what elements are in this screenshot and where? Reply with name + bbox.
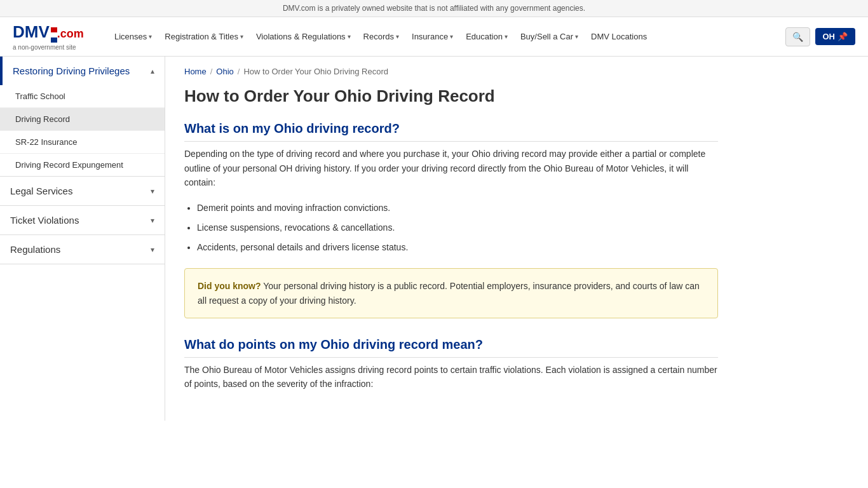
sidebar-section-header-ticket[interactable]: Ticket Violations ▾: [0, 206, 165, 234]
section2-heading: What do points on my Ohio driving record…: [184, 337, 718, 358]
bullet-3: Accidents, personal details and drivers …: [197, 239, 718, 256]
nav-licenses[interactable]: Licenses ▾: [108, 27, 158, 46]
sidebar-item-traffic-school[interactable]: Traffic School: [0, 85, 165, 108]
main-container: Restoring Driving Privileges ▴ Traffic S…: [0, 57, 868, 421]
logo-subtitle: a non-government site: [13, 44, 76, 51]
sidebar-item-driving-record[interactable]: Driving Record: [0, 108, 165, 131]
breadcrumb-current: How to Order Your Ohio Driving Record: [243, 67, 388, 76]
breadcrumb-home[interactable]: Home: [184, 67, 207, 76]
nav-buy-sell[interactable]: Buy/Sell a Car ▾: [514, 27, 585, 46]
logo[interactable]: DMV.com a non-government site: [13, 22, 89, 51]
header: DMV.com a non-government site Licenses ▾…: [0, 17, 868, 57]
section2-paragraph: The Ohio Bureau of Motor Vehicles assign…: [184, 363, 718, 391]
logo-text: DMV.com: [13, 22, 84, 43]
breadcrumb-ohio[interactable]: Ohio: [216, 67, 233, 76]
sidebar-section-label-restoring: Restoring Driving Privileges: [13, 65, 130, 76]
main-content: Home / Ohio / How to Order Your Ohio Dri…: [165, 57, 737, 421]
sidebar-section-regulations: Regulations ▾: [0, 235, 165, 264]
sidebar-sub-items-restoring: Traffic School Driving Record SR-22 Insu…: [0, 85, 165, 176]
chevron-down-icon: ▾: [575, 33, 578, 40]
chevron-down-icon: ▾: [149, 33, 152, 40]
sidebar-section-label-ticket: Ticket Violations: [10, 215, 79, 226]
nav-insurance[interactable]: Insurance ▾: [405, 27, 459, 46]
location-text: OH: [823, 32, 836, 41]
sidebar-section-header-restoring[interactable]: Restoring Driving Privileges ▴: [0, 57, 165, 85]
chevron-up-icon: ▴: [151, 67, 154, 76]
section1-paragraph: Depending on the type of driving record …: [184, 147, 718, 189]
location-button[interactable]: OH 📌: [815, 28, 856, 45]
sidebar-item-sr22[interactable]: SR-22 Insurance: [0, 131, 165, 154]
sidebar-section-legal: Legal Services ▾: [0, 177, 165, 206]
chevron-down-icon: ▾: [151, 187, 154, 196]
nav-education[interactable]: Education ▾: [459, 27, 514, 46]
location-pin-icon: 📌: [837, 32, 848, 41]
header-actions: 🔍 OH 📌: [785, 27, 856, 46]
nav-registration[interactable]: Registration & Titles ▾: [158, 27, 250, 46]
section1-bullets: Demerit points and moving infraction con…: [197, 200, 718, 255]
nav-dmv-locations[interactable]: DMV Locations: [585, 27, 653, 46]
chevron-down-icon: ▾: [240, 33, 243, 40]
chevron-down-icon: ▾: [396, 33, 399, 40]
bullet-1: Demerit points and moving infraction con…: [197, 200, 718, 217]
top-banner: DMV.com is a privately owned website tha…: [0, 0, 868, 17]
breadcrumb-sep1: /: [210, 67, 213, 76]
sidebar-section-label-regulations: Regulations: [10, 244, 60, 255]
did-you-know-body: Your personal driving history is a publi…: [198, 281, 700, 305]
chevron-down-icon: ▾: [151, 245, 154, 254]
sidebar-section-header-regulations[interactable]: Regulations ▾: [0, 235, 165, 264]
chevron-down-icon: ▾: [151, 216, 154, 225]
did-you-know-label: Did you know?: [198, 281, 261, 291]
banner-text: DMV.com is a privately owned website tha…: [283, 4, 585, 13]
did-you-know-box: Did you know? Your personal driving hist…: [184, 268, 718, 318]
chevron-down-icon: ▾: [505, 33, 508, 40]
sidebar-section-restoring: Restoring Driving Privileges ▴ Traffic S…: [0, 57, 165, 177]
breadcrumb: Home / Ohio / How to Order Your Ohio Dri…: [184, 67, 718, 76]
bullet-2: License suspensions, revocations & cance…: [197, 219, 718, 236]
search-button[interactable]: 🔍: [785, 27, 810, 46]
chevron-down-icon: ▾: [348, 33, 351, 40]
sidebar-item-expungement[interactable]: Driving Record Expungement: [0, 154, 165, 176]
sidebar-section-ticket: Ticket Violations ▾: [0, 206, 165, 235]
main-nav: Licenses ▾ Registration & Titles ▾ Viola…: [108, 27, 785, 46]
nav-records[interactable]: Records ▾: [357, 27, 405, 46]
nav-violations[interactable]: Violations & Regulations ▾: [250, 27, 357, 46]
chevron-down-icon: ▾: [450, 33, 453, 40]
sidebar: Restoring Driving Privileges ▴ Traffic S…: [0, 57, 165, 421]
sidebar-section-header-legal[interactable]: Legal Services ▾: [0, 177, 165, 205]
sidebar-section-label-legal: Legal Services: [10, 186, 72, 196]
page-title: How to Order Your Ohio Driving Record: [184, 86, 718, 106]
section1-heading: What is on my Ohio driving record?: [184, 121, 718, 142]
breadcrumb-sep2: /: [238, 67, 240, 76]
